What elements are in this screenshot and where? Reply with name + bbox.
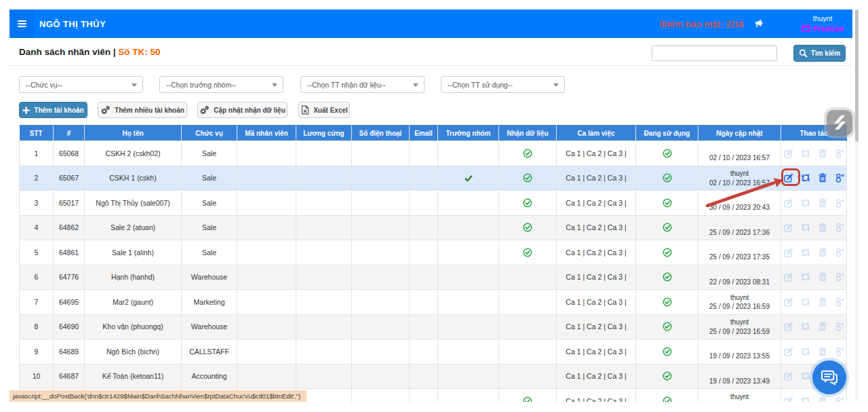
chat-widget-button[interactable] — [812, 360, 846, 394]
table-row[interactable]: 10 64687 Kế Toán (ketoan11) Accounting C… — [20, 364, 847, 389]
google-plus-icon[interactable] — [834, 148, 845, 159]
google-plus-icon[interactable] — [834, 222, 845, 233]
cell-actions — [781, 290, 847, 315]
transfer-icon[interactable] — [800, 321, 811, 332]
google-plus-icon[interactable] — [834, 198, 845, 208]
cell-active — [636, 364, 698, 389]
transfer-icon[interactable] — [800, 172, 811, 183]
cell-actions — [781, 240, 847, 265]
cell-email — [410, 141, 438, 166]
cell-updated: 25 / 09 / 2023 17:35 — [698, 240, 781, 265]
google-plus-icon[interactable] — [834, 396, 845, 402]
updated-at — [698, 401, 781, 402]
delete-icon[interactable] — [817, 346, 828, 357]
delete-icon[interactable] — [817, 222, 828, 233]
cell-stt: 2 — [20, 166, 54, 191]
sidebar-toggle-button[interactable] — [9, 10, 34, 38]
cell-salary — [296, 314, 352, 339]
screen-capture-tool-button[interactable] — [827, 110, 852, 136]
cell-role: Sale — [182, 191, 237, 216]
table-row[interactable]: 1 65068 CSKH 2 (cskh02) Sale Ca 1 | Ca 2… — [20, 141, 847, 166]
google-plus-icon[interactable] — [834, 346, 845, 357]
updated-by — [698, 194, 781, 204]
plus-icon — [22, 107, 30, 114]
transfer-icon[interactable] — [800, 271, 811, 282]
table-row[interactable]: 3 65017 Ngô Thị Thủy (sale007) Sale Ca 1… — [20, 191, 847, 216]
cell-name: Hạnh (hanhd) — [85, 265, 182, 290]
google-plus-icon[interactable] — [834, 172, 845, 183]
cell-receive-data — [499, 141, 557, 166]
google-plus-icon[interactable] — [834, 297, 845, 307]
export-excel-button[interactable]: Xuất Excel — [298, 102, 350, 118]
filter-chuc-vu[interactable]: --Chức vụ-- — [19, 76, 143, 93]
gears-icon — [199, 105, 210, 115]
scrollbar-thumb[interactable] — [855, 10, 859, 142]
cell-active — [636, 339, 698, 364]
edit-icon[interactable] — [783, 371, 794, 381]
cell-phone — [352, 389, 410, 402]
transfer-icon[interactable] — [800, 346, 811, 357]
search-input[interactable] — [652, 45, 777, 61]
delete-icon[interactable] — [817, 271, 828, 282]
cell-id: 65017 — [54, 191, 85, 216]
cell-leader — [438, 166, 499, 191]
table-row[interactable]: 2 65067 CSKH 1 (cskh) Sale Ca 1 | Ca 2 |… — [20, 166, 847, 191]
edit-icon[interactable] — [783, 396, 794, 402]
updated-at: 19 / 09 / 2023 13:49 — [698, 377, 781, 386]
cell-salary — [296, 215, 352, 240]
add-many-accounts-button[interactable]: Thêm nhiều tài khoản — [98, 102, 187, 118]
table-row[interactable]: 9 64689 Ngô Bích (bichn) CALLSTAFF Ca 1 … — [20, 339, 847, 364]
table-row[interactable]: 6 64776 Hạnh (hanhd) Warehouse Ca 1 | Ca… — [20, 265, 847, 290]
update-data-receive-button[interactable]: Cập nhật nhận dữ liệu — [197, 102, 288, 118]
megaphone-icon[interactable] — [752, 18, 763, 29]
delete-icon[interactable] — [817, 148, 828, 159]
premium-card-icon — [802, 25, 810, 32]
user-menu[interactable]: thuynt Premium — [802, 14, 844, 33]
table-row[interactable]: 8 64690 Kho vận (phuongq) Warehouse Ca 1… — [20, 314, 847, 339]
cell-name: Sale 1 (alinh) — [85, 240, 182, 265]
cell-phone — [352, 166, 410, 191]
cell-role: Accounting — [182, 364, 237, 389]
edit-icon[interactable] — [783, 148, 794, 159]
transfer-icon[interactable] — [800, 222, 811, 233]
edit-icon[interactable] — [783, 247, 794, 258]
cell-email — [410, 191, 438, 216]
delete-icon[interactable] — [817, 172, 828, 183]
delete-icon[interactable] — [817, 396, 828, 402]
transfer-icon[interactable] — [800, 297, 811, 307]
cell-phone — [352, 141, 410, 166]
table-row[interactable]: 5 64861 Sale 1 (alinh) Sale Ca 1 | Ca 2 … — [20, 240, 847, 265]
edit-icon[interactable] — [783, 297, 794, 307]
delete-icon[interactable] — [817, 321, 828, 332]
transfer-icon[interactable] — [800, 198, 811, 208]
chat-icon — [819, 367, 840, 388]
filter-tt-su-dung[interactable]: --Chọn TT sử dụng-- — [441, 76, 565, 93]
cell-name: Kế Toán (ketoan11) — [85, 364, 182, 389]
delete-icon[interactable] — [817, 247, 828, 258]
edit-icon[interactable] — [783, 346, 794, 357]
transfer-icon[interactable] — [800, 371, 811, 381]
table-row[interactable]: 7 64695 Mar2 (gaunt) Marketing Ca 1 | Ca… — [20, 290, 847, 315]
table-row[interactable]: 4 64862 Sale 2 (atuan) Sale Ca 1 | Ca 2 … — [20, 215, 847, 240]
cell-stt: 8 — [20, 314, 54, 339]
transfer-icon[interactable] — [800, 247, 811, 258]
filter-truong-nhom[interactable]: --Chọn trưởng nhóm-- — [159, 76, 283, 93]
add-account-button[interactable]: Thêm tài khoản — [19, 102, 87, 118]
edit-icon[interactable] — [783, 271, 794, 282]
transfer-icon[interactable] — [800, 396, 811, 402]
search-button[interactable]: Tìm kiếm — [793, 45, 846, 62]
google-plus-icon[interactable] — [834, 321, 845, 332]
column-header-5: Lương cứng — [296, 126, 352, 141]
filter-tt-nhan-du-lieu[interactable]: --Chọn TT nhận dữ liệu-- — [300, 76, 425, 93]
google-plus-icon[interactable] — [834, 271, 845, 282]
transfer-icon[interactable] — [800, 148, 811, 159]
edit-icon[interactable] — [783, 321, 794, 332]
edit-icon[interactable] — [783, 222, 794, 233]
cell-id: 65067 — [54, 166, 85, 191]
google-plus-icon[interactable] — [834, 247, 845, 258]
cell-shift: Ca 1 | Ca 2 | Ca 3 | — [557, 290, 636, 315]
delete-icon[interactable] — [817, 297, 828, 307]
edit-icon[interactable] — [783, 198, 794, 208]
delete-icon[interactable] — [817, 198, 828, 208]
row-actions — [781, 148, 846, 159]
